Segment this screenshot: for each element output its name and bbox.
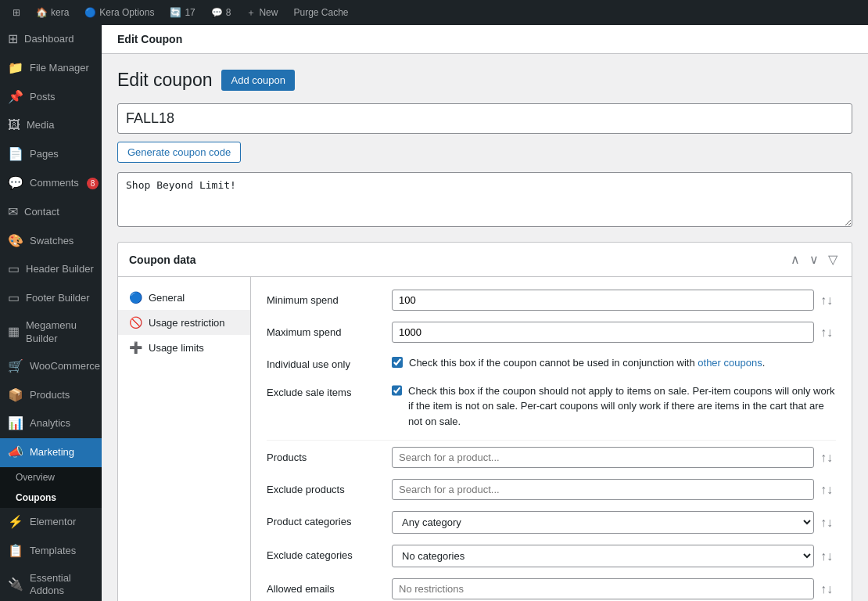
- sidebar-item-megamenu-builder[interactable]: ▦ Megamenu Builder: [0, 313, 102, 352]
- individual-use-row: Individual use only Check this box if th…: [267, 354, 836, 371]
- comments-badge: 8: [87, 178, 99, 189]
- posts-icon: 📌: [8, 89, 23, 106]
- sidebar-item-pages[interactable]: 📄 Pages: [0, 140, 102, 169]
- allowed-emails-clear-button[interactable]: ↑↓: [817, 579, 836, 599]
- exclude-products-clear-button[interactable]: ↑↓: [817, 480, 836, 500]
- usage-restriction-tab-icon: 🚫: [129, 316, 142, 329]
- kera-options-link[interactable]: 🔵 Kera Options: [78, 0, 160, 25]
- sidebar-item-footer-builder[interactable]: ▭ Footer Builder: [0, 284, 102, 313]
- exclude-categories-field: No categories ↑↓: [392, 545, 836, 567]
- sidebar-item-elementor[interactable]: ⚡ Elementor: [0, 508, 102, 537]
- product-categories-select[interactable]: Any category: [392, 511, 814, 534]
- metabox-collapse-down-button[interactable]: ∨: [806, 250, 822, 268]
- metabox-header-controls: ∧ ∨ ▽: [787, 250, 841, 268]
- maximum-spend-row: Maximum spend ↑↓: [267, 322, 836, 343]
- coupon-data-metabox: Coupon data ∧ ∨ ▽ 🔵 General: [117, 242, 852, 601]
- allowed-emails-row: Allowed emails ↑↓: [267, 578, 836, 599]
- individual-use-field: Check this box if the coupon cannot be u…: [392, 354, 836, 371]
- sidebar-item-header-builder[interactable]: ▭ Header Builder: [0, 255, 102, 284]
- sidebar-item-analytics[interactable]: 📊 Analytics: [0, 409, 102, 438]
- product-categories-clear-button[interactable]: ↑↓: [817, 513, 836, 533]
- marketing-submenu: Overview Coupons: [0, 467, 102, 508]
- individual-use-checkbox[interactable]: [392, 357, 403, 368]
- allowed-emails-label: Allowed emails: [267, 578, 392, 595]
- sidebar-item-marketing[interactable]: 📣 Marketing: [0, 438, 102, 467]
- kera-options-icon: 🔵: [84, 7, 96, 18]
- swatches-icon: 🎨: [8, 233, 23, 250]
- page-title: Edit coupon: [117, 70, 212, 91]
- new-link[interactable]: ＋ New: [240, 0, 284, 25]
- page-header-bar: Edit Coupon: [102, 25, 868, 54]
- comments-icon: 💬: [8, 175, 23, 192]
- exclude-products-search-input[interactable]: [392, 479, 814, 500]
- products-clear-button[interactable]: ↑↓: [817, 448, 836, 468]
- sidebar-sub-item-overview[interactable]: Overview: [0, 467, 102, 488]
- sidebar-item-products[interactable]: 📦 Products: [0, 381, 102, 410]
- sidebar-item-media[interactable]: 🖼 Media: [0, 111, 102, 140]
- footer-builder-icon: ▭: [8, 290, 20, 307]
- exclude-sale-label: Exclude sale items: [267, 382, 392, 398]
- exclude-categories-row: Exclude categories No categories ↑↓: [267, 545, 836, 567]
- sidebar-sub-item-coupons[interactable]: Coupons: [0, 488, 102, 508]
- exclude-categories-clear-button[interactable]: ↑↓: [817, 546, 836, 567]
- individual-use-link[interactable]: other coupons: [698, 357, 762, 369]
- product-categories-row: Product categories Any category ↑↓: [267, 511, 836, 534]
- maximum-spend-field: ↑↓: [392, 322, 836, 343]
- metabox-collapse-up-button[interactable]: ∧: [787, 250, 803, 268]
- contact-icon: ✉: [8, 204, 18, 221]
- minimum-spend-row: Minimum spend ↑↓: [267, 290, 836, 311]
- elementor-icon: ⚡: [8, 514, 23, 531]
- purge-cache-link[interactable]: Purge Cache: [287, 0, 354, 25]
- site-name[interactable]: 🏠 kera: [30, 0, 75, 25]
- maximum-spend-clear-button[interactable]: ↑↓: [817, 322, 836, 343]
- comments-link[interactable]: 💬 8: [205, 0, 238, 25]
- product-categories-field: Any category ↑↓: [392, 511, 836, 534]
- sidebar-item-posts[interactable]: 📌 Posts: [0, 83, 102, 112]
- templates-icon: 📋: [8, 543, 23, 560]
- minimum-spend-clear-button[interactable]: ↑↓: [817, 290, 836, 311]
- exclude-products-field: ↑↓: [392, 479, 836, 500]
- tab-general[interactable]: 🔵 General: [118, 285, 250, 310]
- minimum-spend-field: ↑↓: [392, 290, 836, 311]
- products-field: ↑↓: [392, 447, 836, 468]
- admin-bar: ⊞ 🏠 kera 🔵 Kera Options 🔄 17 💬 8 ＋ New P…: [0, 0, 868, 25]
- exclude-products-label: Exclude products: [267, 479, 392, 495]
- product-categories-label: Product categories: [267, 511, 392, 527]
- main-content: Edit Coupon Edit coupon Add coupon Gener…: [102, 25, 868, 601]
- analytics-icon: 📊: [8, 416, 23, 432]
- exclude-categories-select[interactable]: No categories: [392, 545, 814, 567]
- usage-limits-tab-icon: ➕: [129, 341, 142, 354]
- maximum-spend-input[interactable]: [392, 322, 814, 343]
- sidebar-item-swatches[interactable]: 🎨 Swatches: [0, 227, 102, 256]
- sidebar-item-comments[interactable]: 💬 Comments 8: [0, 169, 102, 198]
- updates-link[interactable]: 🔄 17: [163, 0, 201, 25]
- sidebar-item-dashboard[interactable]: ⊞ Dashboard: [0, 25, 102, 54]
- minimum-spend-input[interactable]: [392, 290, 814, 311]
- metabox-title: Coupon data: [129, 254, 196, 266]
- description-textarea[interactable]: Shop Beyond Limit!: [117, 172, 852, 227]
- products-row: Products ↑↓: [267, 447, 836, 468]
- tab-usage-limits[interactable]: ➕ Usage limits: [118, 335, 250, 360]
- generate-coupon-button[interactable]: Generate coupon code: [117, 142, 241, 163]
- sidebar-item-file-manager[interactable]: 📁 File Manager: [0, 54, 102, 83]
- coupon-tabs: 🔵 General 🚫 Usage restriction ➕ Usage li…: [118, 277, 251, 601]
- tab-usage-restriction[interactable]: 🚫 Usage restriction: [118, 310, 250, 335]
- exclude-sale-checkbox[interactable]: [392, 385, 402, 396]
- wp-logo[interactable]: ⊞: [6, 0, 27, 25]
- metabox-header: Coupon data ∧ ∨ ▽: [118, 243, 852, 277]
- sidebar-item-templates[interactable]: 📋 Templates: [0, 537, 102, 566]
- products-search-input[interactable]: [392, 447, 814, 468]
- header-builder-icon: ▭: [8, 261, 20, 278]
- marketing-icon: 📣: [8, 444, 23, 461]
- sidebar-item-contact[interactable]: ✉ Contact: [0, 198, 102, 227]
- allowed-emails-input[interactable]: [392, 578, 814, 599]
- sidebar-item-essential-addons[interactable]: 🔌 Essential Addons: [0, 566, 102, 601]
- sidebar: ⊞ Dashboard 📁 File Manager 📌 Posts 🖼 Med…: [0, 25, 102, 601]
- add-coupon-button[interactable]: Add coupon: [221, 70, 294, 91]
- products-label: Products: [267, 447, 392, 463]
- dashboard-icon: ⊞: [8, 31, 18, 48]
- sidebar-item-woocommerce[interactable]: 🛒 WooCommerce: [0, 352, 102, 381]
- coupon-code-input[interactable]: [117, 103, 852, 134]
- metabox-toggle-button[interactable]: ▽: [825, 250, 841, 268]
- pages-icon: 📄: [8, 146, 23, 163]
